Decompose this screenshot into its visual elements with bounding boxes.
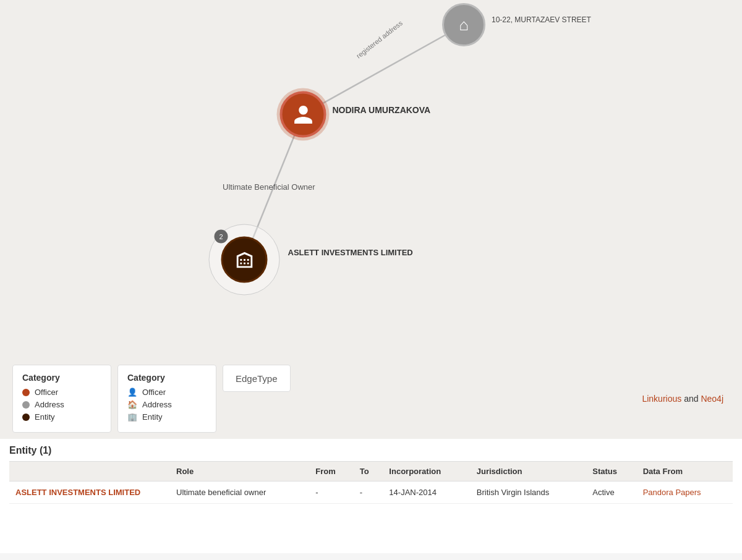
entity-badge: 2 [215,230,228,244]
person-node-label: NODIRA UMURZAKOVA [333,105,431,115]
col-data-from: Data From [637,462,733,482]
officer-dot [22,389,30,396]
brand-neo4j: Neo4j [701,394,723,404]
table-row: ASLETT INVESTMENTS LIMITED Ultimate bene… [9,482,733,504]
row-role: Ultimate beneficial owner [170,482,309,504]
entity-table: Role From To Incorporation Jurisdiction … [9,461,733,504]
col-jurisdiction: Jurisdiction [471,462,586,482]
legend2-address: 🏠 Address [127,400,207,409]
entity-link[interactable]: ASLETT INVESTMENTS LIMITED [15,488,140,497]
col-to: To [354,462,383,482]
address-node-label: 10-22, MURTAZAEV STREET [492,15,591,24]
legend2-officer: 👤 Officer [127,388,207,397]
col-incorporation: Incorporation [383,462,470,482]
row-data-from[interactable]: Pandora Papers [637,482,733,504]
legend2-entity: 🏢 Entity [127,412,207,422]
legend2-title: Category [127,373,207,383]
entity-node-label: ASLETT INVESTMENTS LIMITED [288,248,413,257]
row-status: Active [586,482,636,504]
row-name[interactable]: ASLETT INVESTMENTS LIMITED [9,482,170,504]
row-to: - [354,482,383,504]
officer-icon: 👤 [127,388,137,397]
home-icon: ⌂ [459,15,469,35]
legend-box-1: Category Officer Address Entity [12,365,111,433]
edge-type-label: EdgeType [236,373,278,384]
col-role: Role [170,462,309,482]
table-area: Entity (1) Role From To Incorporation Ju… [0,439,742,553]
person-node[interactable]: NODIRA UMURZAKOVA [280,91,326,138]
brand-linkurious: Linkurious [642,394,681,404]
address-icon: 🏠 [127,400,137,409]
entity-node[interactable]: 2 ASLETT INVESTMENTS LIMITED [209,224,280,295]
relationship-label: Ultimate Beneficial Owner [223,182,315,192]
legend1-entity-label: Entity [35,412,55,422]
legend-box-2: Category 👤 Officer 🏠 Address 🏢 Entity [117,365,216,433]
legend1-title: Category [22,373,101,383]
table-header-row: Role From To Incorporation Jurisdiction … [9,462,733,482]
legend1-entity: Entity [22,412,101,422]
legend-area: Category Officer Address Entity Category… [0,358,742,439]
brand-and: and [681,394,701,404]
person-icon [292,103,314,125]
entity-icon: 🏢 [127,412,137,422]
address-node[interactable]: ⌂ 10-22, MURTAZAEV STREET [442,3,485,46]
legend2-entity-label: Entity [142,412,163,422]
building-icon [234,249,255,270]
edge-type-box[interactable]: EdgeType [223,365,291,392]
address-dot [22,401,30,409]
row-jurisdiction: British Virgin Islands [471,482,586,504]
legend1-officer-label: Officer [35,388,58,397]
col-from: From [309,462,354,482]
edge-label-registered-address: registered address [355,19,404,60]
section-title: Entity (1) [9,439,733,461]
data-source-link[interactable]: Pandora Papers [643,488,701,497]
graph-canvas: registered address ⌂ 10-22, MURTAZAEV ST… [0,0,742,358]
col-name [9,462,170,482]
brand-area: Linkurious and Neo4j [642,394,730,404]
col-status: Status [586,462,636,482]
row-from: - [309,482,354,504]
legend1-address-label: Address [35,400,64,409]
legend2-officer-label: Officer [142,388,166,397]
legend1-address: Address [22,400,101,409]
row-incorporation: 14-JAN-2014 [383,482,470,504]
graph-lines: registered address [0,0,742,358]
legend2-address-label: Address [142,400,172,409]
legend1-officer: Officer [22,388,101,397]
entity-dot [22,414,30,421]
